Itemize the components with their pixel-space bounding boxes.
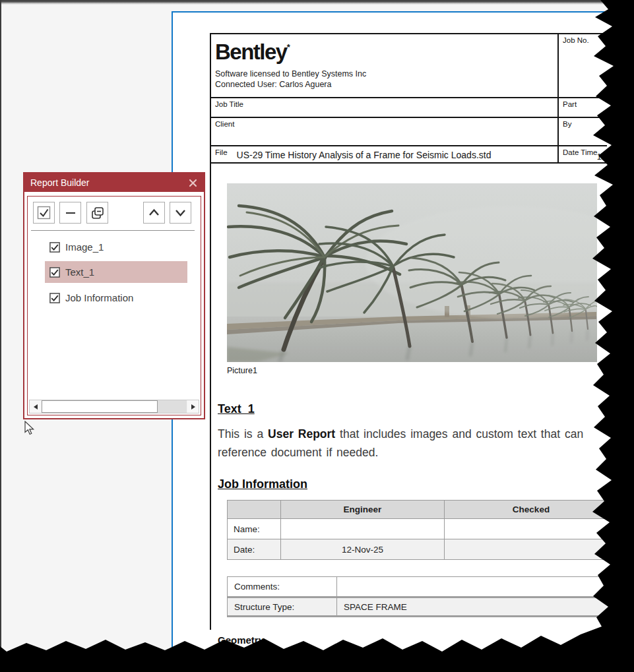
checkbox-checked-icon[interactable] xyxy=(49,267,60,278)
job-information-table: Engineer Checked Name: Date: 12-Nov-25 xyxy=(227,500,618,560)
list-item-label: Image_1 xyxy=(65,241,104,253)
job-information-heading: Job Information xyxy=(218,477,307,491)
structure-type-value: SPACE FRAME xyxy=(336,596,618,615)
file-label: File xyxy=(215,148,228,156)
file-cell: File US-29 Time History Analysis of a Fr… xyxy=(211,145,557,162)
comments-value xyxy=(336,577,618,596)
chevron-up-icon xyxy=(147,206,161,220)
row-label-comments: Comments: xyxy=(228,577,336,596)
connected-user-line: Connected User: Carlos Aguera xyxy=(215,80,554,90)
move-down-button[interactable] xyxy=(170,202,191,224)
dialog-title-bar[interactable]: Report Builder xyxy=(24,173,204,192)
license-line: Software licensed to Bentley Systems Inc xyxy=(215,69,554,80)
report-builder-dialog: Report Builder xyxy=(23,172,205,419)
scrollbar-track[interactable] xyxy=(158,400,187,413)
file-name: US-29 Time History Analysis of a Frame f… xyxy=(237,150,491,160)
comments-table: Comments: Structure Type: SPACE FRAME xyxy=(227,576,618,617)
chevron-down-icon xyxy=(174,206,187,220)
scroll-right-button[interactable] xyxy=(187,400,199,413)
report-image-palm-trees xyxy=(227,183,597,362)
header-logo-cell: Bentley* Software licensed to Bentley Sy… xyxy=(211,34,557,97)
table-header-blank xyxy=(228,501,280,518)
table-header-checked: Checked xyxy=(444,501,618,518)
window-top-band xyxy=(0,0,634,5)
list-item-text1[interactable]: Text_1 xyxy=(45,261,187,283)
text1-heading: Text_1 xyxy=(218,402,255,416)
bentley-logo: Bentley* xyxy=(215,36,554,63)
window-left-border xyxy=(0,0,1,672)
duplicate-button[interactable] xyxy=(86,202,108,224)
by-cell: By xyxy=(557,117,607,145)
list-item-image1[interactable]: Image_1 xyxy=(45,236,187,258)
close-icon[interactable] xyxy=(187,177,198,188)
report-header-table: Bentley* Software licensed to Bentley Sy… xyxy=(210,33,607,164)
date-time-value: 12 xyxy=(597,152,606,162)
scrollbar-thumb[interactable] xyxy=(42,400,158,413)
name-checked-cell xyxy=(444,518,618,539)
paragraph-line1: This is a User Report that includes imag… xyxy=(218,425,583,443)
dialog-title: Report Builder xyxy=(30,177,90,188)
table-header-engineer: Engineer xyxy=(280,501,444,518)
list-item-label: Text_1 xyxy=(65,266,94,278)
geometry-heading: Geometry xyxy=(218,634,264,646)
date-checked-cell xyxy=(444,539,618,559)
trademark-icon: * xyxy=(287,42,290,52)
row-label-name: Name: xyxy=(228,518,280,539)
client-cell: Client xyxy=(211,117,557,145)
move-up-button[interactable] xyxy=(143,202,165,224)
copy-icon xyxy=(90,206,105,220)
list-item-job-information[interactable]: Job Information xyxy=(45,287,187,309)
mouse-cursor-icon xyxy=(24,421,37,435)
horizontal-scrollbar[interactable] xyxy=(29,400,199,413)
checkbox-checked-icon[interactable] xyxy=(49,293,60,303)
text1-paragraph: This is a User Report that includes imag… xyxy=(218,425,583,462)
job-title-cell: Job Title xyxy=(211,97,557,117)
arrow-left-icon xyxy=(34,404,38,410)
name-engineer-cell xyxy=(280,518,444,539)
row-label-date: Date: xyxy=(228,539,280,559)
date-engineer-cell: 12-Nov-25 xyxy=(280,539,444,559)
image-caption: Picture1 xyxy=(227,366,257,375)
date-time-cell: Date Time 12 xyxy=(557,145,607,162)
scroll-left-button[interactable] xyxy=(30,400,41,413)
part-cell: Part xyxy=(557,97,607,117)
checkbox-checked-icon[interactable] xyxy=(49,242,60,253)
checkbox-checked-icon xyxy=(37,206,51,220)
dialog-content: Image_1 Text_1 Job Information xyxy=(27,196,201,415)
arrow-right-icon xyxy=(191,404,195,410)
uncheck-all-button[interactable] xyxy=(59,202,81,224)
list-item-label: Job Information xyxy=(65,292,133,303)
toolbar-divider xyxy=(31,230,195,231)
check-all-button[interactable] xyxy=(33,202,55,224)
paragraph-line2: reference document if needed. xyxy=(218,443,583,462)
minus-icon xyxy=(64,206,77,220)
job-no-cell: Job No. xyxy=(557,34,607,97)
row-label-structure-type: Structure Type: xyxy=(228,596,336,615)
